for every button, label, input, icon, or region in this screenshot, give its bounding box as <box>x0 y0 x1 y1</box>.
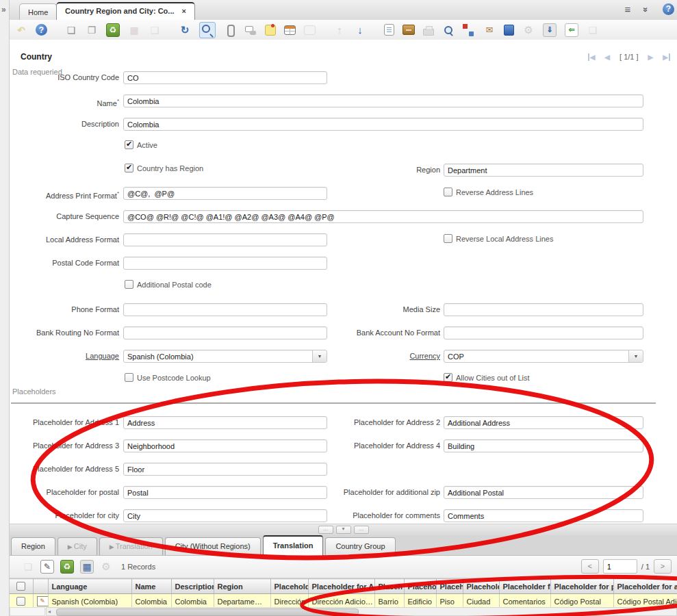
capture-sequence-field[interactable]: @CO@ @R!@ @C!@ @A1!@ @A2@ @A3@ @A4@ @P@ <box>123 210 643 223</box>
ignore-changes-icon[interactable]: ↶ <box>15 24 27 36</box>
archive-icon[interactable] <box>403 25 415 35</box>
tab-country-group[interactable]: Country Group <box>325 537 395 555</box>
copy-record-icon[interactable]: ❐ <box>86 24 98 36</box>
active-checkbox[interactable]: ✔ <box>125 140 133 149</box>
help-icon[interactable]: ? <box>36 24 47 36</box>
additional-postal-code-checkbox[interactable] <box>125 280 133 289</box>
tab-translation[interactable]: Translation <box>263 535 324 556</box>
select-all-checkbox[interactable] <box>16 582 25 591</box>
last-record-icon[interactable]: ▶ <box>663 53 670 61</box>
col-placeholder-4[interactable]: Placeho <box>404 579 436 594</box>
detail-grid-icon[interactable] <box>304 25 316 35</box>
local-address-format-field[interactable] <box>123 233 327 246</box>
col-language[interactable]: Language <box>48 579 131 594</box>
parent-record-icon[interactable]: ↑ <box>333 24 346 36</box>
window-menu-icon[interactable]: ≡ <box>621 3 635 16</box>
tab-city[interactable]: ▶City <box>58 537 97 555</box>
reverse-address-lines-checkbox[interactable] <box>444 188 452 196</box>
currency-label[interactable]: Currency <box>318 350 440 363</box>
splitter-expand-icon[interactable]: … <box>354 526 369 534</box>
next-record-icon[interactable]: ▶ <box>648 53 654 61</box>
grid-toggle-icon[interactable] <box>284 25 296 35</box>
placeholder-address4-field[interactable]: Building <box>444 439 643 452</box>
help-circle-icon[interactable]: ? <box>663 3 674 15</box>
phone-format-field[interactable] <box>123 303 327 316</box>
sidebar-expander-icon[interactable]: » <box>1 5 6 14</box>
placeholder-address5-field[interactable]: Floor <box>123 463 327 476</box>
product-info-icon[interactable] <box>504 25 514 36</box>
tab-country-region-and-city[interactable]: Country Region and City: Co... × <box>56 2 195 21</box>
placeholder-comments-field[interactable]: Comments <box>444 509 643 522</box>
workflow-icon[interactable] <box>463 24 475 36</box>
file-import-icon[interactable]: ⇐ <box>565 23 578 37</box>
col-placeholder-8[interactable]: Placeholder for p <box>550 579 613 594</box>
name-field[interactable]: Colombia <box>123 94 643 107</box>
col-placeholder-9[interactable]: Placeholder for ad <box>613 579 677 594</box>
requery-icon[interactable]: ↻ <box>179 24 191 36</box>
language-label[interactable]: Language <box>10 350 119 363</box>
save-create-new-icon[interactable]: ❑ <box>149 24 161 36</box>
export-icon[interactable]: ⇓ <box>543 23 557 37</box>
use-postcode-lookup-checkbox[interactable] <box>125 373 133 382</box>
detail-record-icon[interactable]: ↓ <box>354 24 366 36</box>
tab-translation-disabled[interactable]: ▶Translation <box>99 537 163 555</box>
row-checkbox[interactable] <box>16 597 25 606</box>
grid-save-icon[interactable]: ▦ <box>80 560 94 574</box>
placeholder-city-field[interactable]: City <box>123 509 327 522</box>
splitter-expand-icon[interactable]: … <box>318 526 333 534</box>
attachment-icon[interactable] <box>224 24 236 36</box>
page-previous-button[interactable]: < <box>581 559 599 574</box>
currency-select[interactable]: COP ▼ <box>444 350 643 363</box>
tab-city-without-regions[interactable]: City (Without Regions) <box>165 537 261 555</box>
col-placeholder-6[interactable]: Placehold <box>463 579 499 594</box>
chat-icon[interactable] <box>244 24 257 36</box>
col-name[interactable]: Name <box>131 579 171 594</box>
row-edit-icon[interactable]: ✎ <box>37 596 49 606</box>
col-placeholder-7[interactable]: Placeholder f <box>499 579 550 594</box>
description-field[interactable]: Colombia <box>123 118 643 131</box>
grid-process-icon[interactable]: ⚙ <box>100 561 112 573</box>
customize-icon[interactable]: ❏ <box>587 24 599 36</box>
requests-icon[interactable]: ✉ <box>483 24 496 36</box>
report-icon[interactable] <box>384 24 394 36</box>
print-icon[interactable] <box>423 29 434 36</box>
find-icon[interactable] <box>199 22 216 38</box>
postal-code-format-field[interactable] <box>123 257 327 270</box>
col-description[interactable]: Description <box>171 579 214 594</box>
scrollbar-thumb[interactable] <box>56 608 359 616</box>
iso-country-code-field[interactable]: CO <box>123 71 327 84</box>
placeholder-additional-zip-field[interactable]: Additional Postal <box>444 486 643 499</box>
close-icon[interactable]: × <box>182 7 186 15</box>
new-record-icon[interactable]: ❏ <box>65 24 77 36</box>
col-placeholder-2[interactable]: Placeholder for Ac <box>308 579 374 594</box>
first-record-icon[interactable]: ◀ <box>588 53 596 61</box>
zoom-across-icon[interactable] <box>442 24 455 36</box>
collapse-all-icon[interactable]: » <box>639 3 652 16</box>
process-icon[interactable]: ⚙ <box>522 24 535 36</box>
address-print-format-field[interactable]: @C@, @P@ <box>123 187 327 200</box>
reverse-local-address-checkbox[interactable] <box>444 234 452 243</box>
chevron-down-icon[interactable]: ▼ <box>628 350 643 362</box>
tab-home[interactable]: Home <box>19 3 57 21</box>
country-has-region-checkbox[interactable]: ✔ <box>125 164 133 172</box>
delete-record-icon[interactable]: ♻ <box>106 23 120 37</box>
previous-record-icon[interactable]: ◀ <box>604 53 610 61</box>
splitter-collapse-icon[interactable]: ▾ <box>336 526 351 534</box>
language-select[interactable]: Spanish (Colombia) ▼ <box>123 350 327 363</box>
col-placeholder-5[interactable]: Placeh <box>436 579 463 594</box>
scroll-left-icon[interactable]: ◂ <box>48 608 51 615</box>
horizontal-scrollbar[interactable]: ◂ <box>46 607 677 616</box>
grid-delete-icon[interactable]: ♻ <box>60 560 74 574</box>
col-placeholder-1[interactable]: Placehold <box>270 579 308 594</box>
tab-region[interactable]: Region <box>11 537 55 555</box>
allow-cities-out-of-list-checkbox[interactable]: ✔ <box>444 373 452 382</box>
bank-routing-no-format-field[interactable] <box>123 326 327 339</box>
region-field[interactable]: Department <box>444 164 643 177</box>
placeholder-postal-field[interactable]: Postal <box>123 486 327 499</box>
col-placeholder-3[interactable]: Placeh <box>374 579 404 594</box>
page-next-button[interactable]: > <box>654 559 672 574</box>
grid-new-icon[interactable]: ❏ <box>22 561 34 573</box>
note-icon[interactable] <box>265 25 276 36</box>
placeholder-address3-field[interactable]: Neighborhood <box>123 439 327 452</box>
placeholder-address1-field[interactable]: Address <box>123 416 327 429</box>
